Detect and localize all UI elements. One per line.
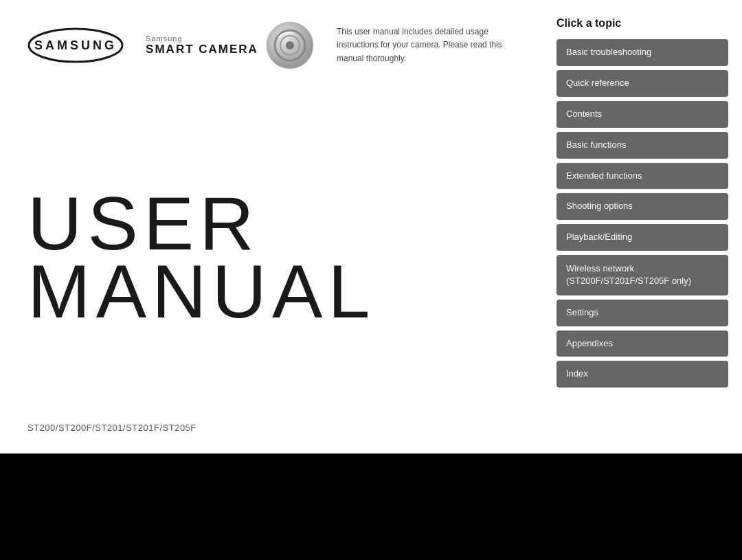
description-text: This user manual includes detailed usage…: [337, 25, 515, 65]
smart-camera-name: SMART CAMERA: [146, 43, 258, 56]
samsung-logo: SAMSUNG: [27, 27, 124, 63]
smart-camera-logo: Samsung SMART CAMERA: [146, 21, 315, 70]
click-a-topic-label: Click a topic: [556, 17, 728, 30]
topic-playback-editing[interactable]: Playback/Editing: [556, 224, 728, 251]
page-wrapper: SAMSUNG Samsung SMART CAMERA: [0, 0, 742, 560]
topic-basic-functions[interactable]: Basic functions: [556, 132, 728, 159]
header-row: SAMSUNG Samsung SMART CAMERA: [27, 21, 515, 70]
left-panel: SAMSUNG Samsung SMART CAMERA: [0, 0, 543, 453]
model-numbers: ST200/ST200F/ST201/ST201F/ST205F: [27, 423, 515, 433]
topic-quick-reference[interactable]: Quick reference: [556, 70, 728, 97]
topic-extended-functions[interactable]: Extended functions: [556, 163, 728, 190]
svg-point-5: [286, 41, 294, 49]
topic-basic-troubleshooting[interactable]: Basic troubleshooting: [556, 39, 728, 66]
main-content: SAMSUNG Samsung SMART CAMERA: [0, 0, 742, 453]
user-title: USER: [27, 189, 515, 257]
topic-index[interactable]: Index: [556, 361, 728, 388]
user-manual-title: USER MANUAL: [27, 111, 515, 402]
topic-wireless-network[interactable]: Wireless network (ST200F/ST201F/ST205F o…: [556, 255, 728, 295]
bottom-bar: [0, 453, 742, 560]
svg-text:SAMSUNG: SAMSUNG: [34, 38, 117, 52]
topic-settings[interactable]: Settings: [556, 300, 728, 326]
right-panel: Click a topic Basic troubleshooting Quic…: [543, 0, 742, 453]
topic-shooting-options[interactable]: Shooting options: [556, 193, 728, 220]
camera-circle-icon: [265, 21, 315, 70]
smart-camera-brand: Samsung: [146, 34, 258, 43]
topic-appendixes[interactable]: Appendixes: [556, 331, 728, 357]
samsung-logo-svg: SAMSUNG: [27, 27, 124, 63]
manual-title: MANUAL: [27, 257, 515, 325]
topic-contents[interactable]: Contents: [556, 101, 728, 128]
